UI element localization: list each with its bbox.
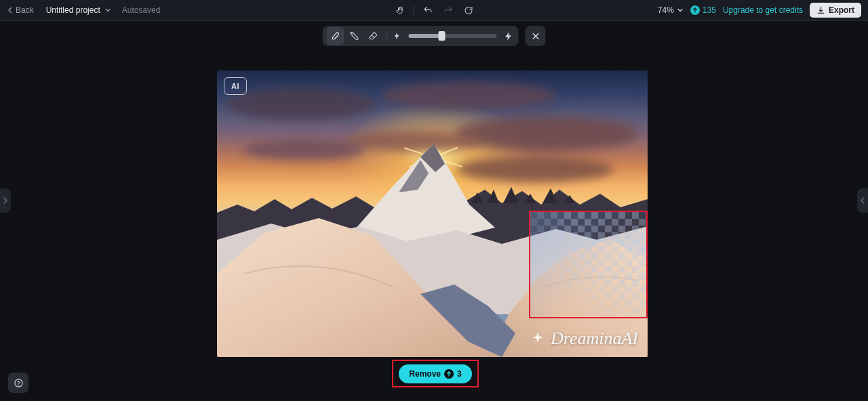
remove-cost: 3 <box>457 369 462 379</box>
project-title-dropdown[interactable]: Untitled project <box>46 5 111 15</box>
eraser-tool-button[interactable] <box>365 27 382 45</box>
brush-toolbar <box>323 26 546 46</box>
top-right-tools: 74% 135 Upgrade to get credits Export <box>658 3 861 18</box>
top-center-tools <box>393 0 475 20</box>
project-name: Untitled project <box>46 5 100 15</box>
help-button[interactable] <box>8 373 28 393</box>
export-button[interactable]: Export <box>810 3 861 18</box>
upgrade-link[interactable]: Upgrade to get credits <box>723 5 803 15</box>
close-toolbar-button[interactable] <box>526 26 546 46</box>
canvas-image[interactable]: AI DreaminaAI <box>217 70 648 357</box>
brush-size-large-icon <box>502 30 515 42</box>
left-panel-handle[interactable] <box>0 188 11 213</box>
canvas-container: AI DreaminaAI <box>217 70 648 357</box>
tool-group <box>323 26 519 46</box>
brush-size-slider[interactable] <box>391 30 515 42</box>
download-icon <box>816 6 825 15</box>
slider-fill <box>409 34 442 38</box>
ai-badge: AI <box>224 77 247 95</box>
selection-box[interactable] <box>529 211 648 318</box>
chevron-left-icon <box>7 7 14 14</box>
credits-display[interactable]: 135 <box>690 5 716 15</box>
close-icon <box>531 32 540 41</box>
watermark: DreaminaAI <box>530 329 638 349</box>
svg-point-0 <box>14 379 22 386</box>
top-bar: Back Untitled project Autosaved 74% 135 <box>0 0 868 21</box>
separator <box>414 5 414 15</box>
undo-button[interactable] <box>421 3 435 17</box>
svg-point-1 <box>18 385 18 385</box>
chevron-down-icon <box>677 7 684 14</box>
credits-count: 135 <box>703 5 716 15</box>
brush-tool-button[interactable] <box>327 27 344 45</box>
refresh-button[interactable] <box>462 3 475 17</box>
right-panel-handle[interactable] <box>857 188 868 213</box>
zoom-dropdown[interactable]: 74% <box>658 5 684 15</box>
back-button[interactable]: Back <box>7 5 34 15</box>
remove-button[interactable]: Remove 3 <box>399 364 471 383</box>
export-label: Export <box>829 5 854 15</box>
lasso-tool-button[interactable] <box>346 27 363 45</box>
slider-thumb[interactable] <box>439 31 446 41</box>
remove-label: Remove <box>409 369 441 379</box>
hand-tool[interactable] <box>393 3 407 17</box>
chevron-right-icon <box>3 197 8 204</box>
chevron-down-icon <box>104 7 111 14</box>
zoom-value: 74% <box>658 5 674 15</box>
watermark-text: DreaminaAI <box>551 329 638 349</box>
sparkle-icon <box>530 331 545 346</box>
slider-track[interactable] <box>409 34 497 38</box>
credit-coin-icon <box>444 369 454 379</box>
brush-size-small-icon <box>391 30 403 42</box>
separator <box>387 30 387 41</box>
back-label: Back <box>16 5 34 15</box>
chevron-left-icon <box>860 197 865 204</box>
transparency-checker <box>530 212 646 317</box>
help-icon <box>14 378 24 388</box>
autosaved-status: Autosaved <box>122 5 161 15</box>
redo-button[interactable] <box>441 3 455 17</box>
credit-coin-icon <box>690 5 700 15</box>
remove-button-highlight: Remove 3 <box>392 360 479 387</box>
